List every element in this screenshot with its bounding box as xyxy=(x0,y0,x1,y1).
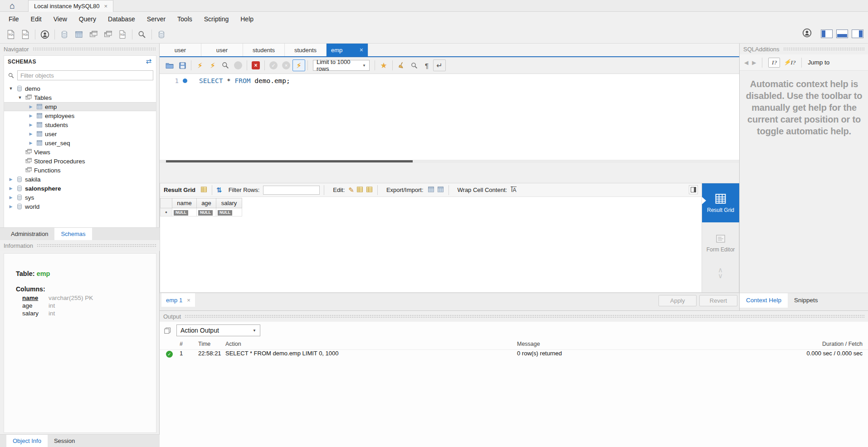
apply-button[interactable]: Apply xyxy=(658,295,697,306)
account-icon[interactable] xyxy=(802,28,812,39)
chevron-right-icon[interactable]: ▶ xyxy=(8,186,14,191)
home-button[interactable]: ⌂ xyxy=(5,0,20,11)
create-table-icon[interactable] xyxy=(72,28,86,41)
chevron-right-icon[interactable]: ▶ xyxy=(28,113,34,118)
tree-item-demo[interactable]: ▼demo xyxy=(4,84,156,93)
menu-tools[interactable]: Tools xyxy=(171,14,198,25)
tree-item-tables[interactable]: ▼Tables xyxy=(4,93,156,102)
query-tab-user-2[interactable]: user xyxy=(201,44,243,56)
result-grid-view-button[interactable]: Result Grid xyxy=(702,183,739,222)
chevron-down-icon[interactable]: ∨ xyxy=(702,273,739,279)
close-icon[interactable]: × xyxy=(360,46,363,54)
toggle-left-panel-button[interactable] xyxy=(821,29,833,38)
toggle-bottom-panel-button[interactable] xyxy=(836,29,848,38)
find-icon[interactable] xyxy=(408,59,420,71)
tree-item-user-seq[interactable]: ▶user_seq xyxy=(4,138,156,147)
new-query-tab-icon[interactable] xyxy=(4,28,18,41)
menu-server[interactable]: Server xyxy=(141,14,171,25)
toggle-right-panel-button[interactable] xyxy=(852,29,863,38)
menu-file[interactable]: File xyxy=(3,14,25,25)
tab-context-help[interactable]: Context Help xyxy=(740,293,788,308)
col-header-age[interactable]: age xyxy=(197,198,216,208)
tab-snippets[interactable]: Snippets xyxy=(788,293,824,310)
scrollbar-thumb[interactable] xyxy=(166,160,413,162)
output-row[interactable]: ✓ 1 22:58:21 SELECT * FROM demo.emp LIMI… xyxy=(160,350,868,360)
table-inspector-icon[interactable] xyxy=(135,28,149,41)
insert-row-icon[interactable] xyxy=(356,186,364,195)
tree-item-salonsphere[interactable]: ▶salonsphere xyxy=(4,184,156,193)
tree-item-emp[interactable]: ▶emp xyxy=(4,102,156,111)
tree-item-views[interactable]: ▶Views xyxy=(4,147,156,157)
beautify-icon[interactable] xyxy=(395,59,408,71)
chevron-down-icon[interactable]: ▼ xyxy=(17,95,23,100)
forward-icon[interactable]: ▶ xyxy=(752,59,756,66)
tree-item-sakila[interactable]: ▶sakila xyxy=(4,175,156,184)
query-tab-emp[interactable]: emp× xyxy=(327,44,368,56)
query-tab-students-2[interactable]: students xyxy=(285,44,327,56)
sql-code-editor[interactable]: 1 SELECT * FROM demo.emp; xyxy=(160,74,739,160)
tree-item-functions[interactable]: ▶Functions xyxy=(4,166,156,175)
menu-edit[interactable]: Edit xyxy=(25,14,48,25)
tree-item-sys[interactable]: ▶sys xyxy=(4,193,156,202)
tab-administration[interactable]: Administration xyxy=(5,228,54,240)
tab-schemas[interactable]: Schemas xyxy=(54,228,92,240)
tree-item-world[interactable]: ▶world xyxy=(4,202,156,211)
delete-row-icon[interactable] xyxy=(366,186,373,195)
connection-tab[interactable]: Local instance MySQL80 × xyxy=(28,0,113,12)
menu-scripting[interactable]: Scripting xyxy=(198,14,234,25)
query-tab-students-1[interactable]: students xyxy=(243,44,285,56)
users-administration-icon[interactable] xyxy=(38,28,52,41)
create-schema-icon[interactable] xyxy=(57,28,72,41)
cell-age[interactable]: NULL xyxy=(197,208,216,216)
create-procedure-icon[interactable] xyxy=(101,28,115,41)
chevron-right-icon[interactable]: ▶ xyxy=(28,123,34,127)
invisible-chars-icon[interactable]: ¶ xyxy=(420,59,433,71)
side-panel-pager[interactable]: ∧ ∨ xyxy=(702,267,739,279)
limit-rows-dropdown[interactable]: Limit to 1000 rows ▼ xyxy=(313,60,370,71)
create-function-icon[interactable] xyxy=(115,28,130,41)
menu-view[interactable]: View xyxy=(48,14,73,25)
tree-item-user[interactable]: ▶user xyxy=(4,129,156,138)
col-header-name[interactable]: name xyxy=(172,198,197,208)
save-snippet-icon[interactable]: ★ xyxy=(377,59,390,71)
data-import-icon[interactable] xyxy=(154,28,169,41)
menu-query[interactable]: Query xyxy=(73,14,102,25)
tree-item-stored-procedures[interactable]: ▶Stored Procedures xyxy=(4,157,156,166)
create-view-icon[interactable] xyxy=(86,28,101,41)
query-tab-user-1[interactable]: user xyxy=(160,44,201,56)
refresh-icon[interactable]: ⇅ xyxy=(216,186,222,194)
cell-salary[interactable]: NULL xyxy=(216,208,242,216)
stop-icon[interactable] xyxy=(232,59,244,71)
chevron-right-icon[interactable]: ▶ xyxy=(28,132,34,136)
export-icon[interactable] xyxy=(427,186,435,195)
output-view-dropdown[interactable]: Action Output ▼ xyxy=(176,324,260,336)
chevron-right-icon[interactable]: ▶ xyxy=(8,204,14,209)
execute-current-icon[interactable]: ⚡ xyxy=(206,59,219,71)
chevron-down-icon[interactable]: ▼ xyxy=(8,86,14,91)
rollback-icon[interactable]: × xyxy=(280,59,293,71)
explain-icon[interactable] xyxy=(219,59,232,71)
open-file-icon[interactable] xyxy=(163,59,176,71)
chevron-right-icon[interactable]: ▶ xyxy=(8,177,14,182)
result-tab-emp1[interactable]: emp 1 × xyxy=(161,293,195,307)
menu-database[interactable]: Database xyxy=(102,14,141,25)
close-icon[interactable]: × xyxy=(104,3,108,10)
cell-name[interactable]: NULL xyxy=(172,208,197,216)
jump-to-label[interactable]: Jump to xyxy=(808,59,829,66)
col-header-salary[interactable]: salary xyxy=(216,198,242,208)
filter-objects-input[interactable] xyxy=(17,70,153,80)
import-icon[interactable] xyxy=(437,186,444,195)
save-icon[interactable] xyxy=(176,59,189,71)
tab-session[interactable]: Session xyxy=(48,435,81,447)
edit-record-icon[interactable]: ✎ xyxy=(348,186,354,194)
collapse-editor-icon[interactable] xyxy=(689,185,698,194)
close-icon[interactable]: × xyxy=(187,297,190,304)
kill-query-icon[interactable]: × xyxy=(249,59,262,71)
commit-icon[interactable]: ✓ xyxy=(267,59,280,71)
wrap-text-icon[interactable]: ↵ xyxy=(433,59,446,71)
chevron-right-icon[interactable]: ▶ xyxy=(28,141,34,145)
auto-context-help-icon[interactable]: ⚡I? xyxy=(784,59,795,66)
context-help-icon[interactable]: I? xyxy=(768,58,780,68)
tree-item-students[interactable]: ▶students xyxy=(4,120,156,129)
chevron-right-icon[interactable]: ▶ xyxy=(8,195,14,200)
